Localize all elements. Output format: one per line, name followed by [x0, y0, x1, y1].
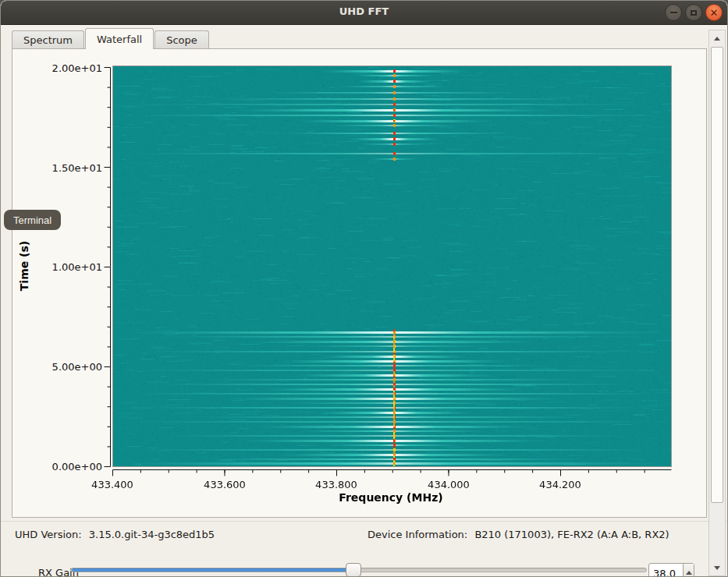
app-window: UHD FFT ✕ Spectrum Waterfall Scope Time … — [0, 0, 728, 577]
minimize-icon — [670, 12, 677, 13]
uhd-version-label: UHD Version: — [15, 529, 82, 540]
tab-scope-label: Scope — [166, 34, 197, 46]
terminal-tooltip: Terminal — [4, 210, 61, 230]
x-tick-label: 434.200 — [529, 479, 591, 490]
minimize-button[interactable] — [665, 4, 682, 21]
rx-gain-slider-handle[interactable] — [346, 563, 361, 577]
y-tick-label: 1.50e+01 — [46, 162, 102, 174]
maximize-button[interactable] — [685, 4, 702, 21]
tab-waterfall[interactable]: Waterfall — [85, 28, 154, 49]
arrow-up-icon — [686, 571, 692, 575]
scrollbar-up-button[interactable] — [710, 32, 724, 44]
status-bar: UHD Version: 3.15.0.git-34-g3c8ed1b5 Dev… — [15, 529, 709, 540]
vertical-scrollbar[interactable] — [708, 30, 726, 576]
tab-scope[interactable]: Scope — [154, 30, 209, 49]
x-tick-label: 434.000 — [417, 479, 480, 490]
x-tick-label: 433.800 — [305, 479, 368, 490]
waterfall-plot[interactable] — [112, 65, 672, 467]
rx-gain-slider[interactable] — [71, 568, 647, 572]
y-tick-label: 1.00e+01 — [46, 261, 102, 273]
window-titlebar[interactable]: UHD FFT ✕ — [1, 1, 727, 25]
x-tick-label: 433.600 — [194, 479, 256, 490]
tab-spectrum-label: Spectrum — [23, 34, 73, 46]
waterfall-canvas[interactable] — [113, 66, 671, 466]
rx-gain-spinbox — [648, 563, 694, 577]
close-icon: ✕ — [710, 8, 719, 18]
terminal-tooltip-label: Terminal — [13, 214, 51, 226]
y-axis-title: Time (s) — [18, 241, 30, 291]
arrow-down-icon — [714, 566, 720, 570]
uhd-version-value: 3.15.0.git-34-g3c8ed1b5 — [89, 529, 215, 540]
status-divider — [1, 521, 727, 522]
y-tick-label: 5.00e+00 — [46, 361, 102, 373]
device-info-value: B210 (171003), FE-RX2 (A:A A:B, RX2) — [474, 529, 669, 540]
tab-spectrum[interactable]: Spectrum — [12, 30, 84, 49]
maximize-icon — [691, 10, 697, 16]
tab-bar: Spectrum Waterfall Scope — [12, 30, 210, 49]
y-tick-label: 2.00e+01 — [46, 62, 102, 74]
x-tick-label: 433.400 — [81, 479, 144, 490]
scrollbar-down-button[interactable] — [710, 561, 724, 574]
tab-waterfall-label: Waterfall — [97, 34, 142, 45]
scrollbar-thumb[interactable] — [711, 47, 723, 503]
device-info-label: Device Information: — [368, 529, 467, 540]
rx-gain-slider-fill — [72, 568, 353, 572]
x-axis-title: Frequency (MHz) — [339, 491, 442, 504]
arrow-up-icon — [714, 37, 720, 41]
rx-gain-increment-button[interactable] — [683, 564, 694, 577]
rx-gain-input[interactable] — [649, 564, 683, 577]
close-button[interactable]: ✕ — [705, 4, 723, 21]
window-title: UHD FFT — [1, 5, 727, 17]
y-tick-label: 0.00e+00 — [46, 461, 102, 473]
